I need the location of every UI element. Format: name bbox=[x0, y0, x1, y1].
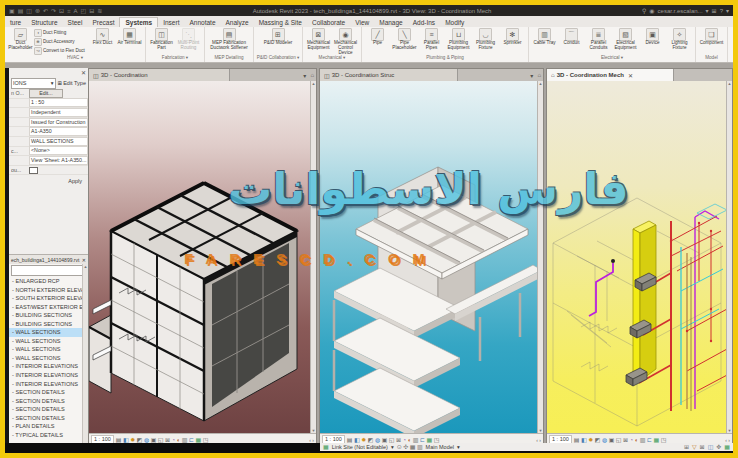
ribbon-tab[interactable]: Annotate bbox=[184, 18, 220, 27]
crop-view-icon[interactable]: ▣ bbox=[609, 437, 615, 443]
horizontal-scrollbar[interactable]: ‹ › bbox=[536, 437, 541, 443]
reveal-hidden-icon[interactable]: ◐ bbox=[177, 437, 181, 443]
browser-view-item[interactable]: - SECTION DETAILS bbox=[9, 414, 88, 423]
property-value[interactable]: A1-A350 bbox=[29, 127, 88, 136]
browser-view-item[interactable]: - SECTION DETAILS bbox=[9, 405, 88, 414]
hide-isolate-icon[interactable]: ◔ bbox=[630, 437, 634, 443]
home-icon[interactable]: ⌂ bbox=[551, 72, 555, 78]
property-value[interactable]: Issued for Construction bbox=[29, 118, 88, 127]
chevron-down-icon[interactable]: ▾ bbox=[391, 444, 394, 450]
render-icon[interactable]: ◍ bbox=[375, 437, 380, 443]
electrical-equipment-button[interactable]: ▧Electrical Equipment bbox=[612, 28, 639, 54]
lock-view-icon[interactable]: ⊠ bbox=[396, 437, 401, 443]
app-store-icon[interactable]: ⊞ bbox=[712, 7, 717, 14]
visual-style-icon[interactable]: ◧ bbox=[581, 437, 587, 443]
duct-fitting-button[interactable]: ◖Duct Fitting bbox=[34, 28, 89, 37]
browser-search-input[interactable] bbox=[11, 265, 86, 276]
sun-path-icon[interactable]: ✹ bbox=[130, 437, 135, 443]
background-processes-icon[interactable]: ▦ bbox=[724, 444, 730, 450]
browser-view-item[interactable]: - SECTION DETAILS bbox=[9, 397, 88, 406]
3d-view-icon[interactable]: ◰ bbox=[81, 8, 87, 14]
close-view-icon[interactable]: ✕ bbox=[626, 72, 635, 79]
tag-icon[interactable]: A bbox=[74, 8, 78, 14]
browser-view-item[interactable]: - INTERIOR ELEVATIONS bbox=[9, 380, 88, 389]
view-properties-icon[interactable]: ▥ bbox=[640, 437, 646, 443]
sun-path-icon[interactable]: ✹ bbox=[588, 437, 593, 443]
lock-view-icon[interactable]: ⊠ bbox=[623, 437, 628, 443]
lock-view-icon[interactable]: ⊠ bbox=[165, 437, 170, 443]
property-value[interactable]: Independent bbox=[29, 108, 88, 117]
shadows-icon[interactable]: ◩ bbox=[368, 437, 374, 443]
ribbon-tab[interactable]: Collaborate bbox=[307, 18, 350, 27]
tab-list-dropdown-icon[interactable]: ▾ bbox=[301, 69, 308, 81]
signed-in-user[interactable]: cesar.r.escalan... bbox=[658, 8, 703, 14]
viewport-scrollbar[interactable]: ▲▼ bbox=[726, 81, 732, 433]
measure-icon[interactable]: ⌗ bbox=[67, 8, 70, 14]
show-crop-icon[interactable]: ◱ bbox=[389, 437, 395, 443]
close-icon[interactable]: ✕ bbox=[81, 69, 86, 76]
horizontal-scrollbar[interactable]: ‹ › bbox=[725, 437, 730, 443]
lighting-fixture-button[interactable]: ✧Lighting Fixture bbox=[666, 28, 693, 54]
shadows-icon[interactable]: ◩ bbox=[595, 437, 601, 443]
pipe-placeholder-button[interactable]: ╲Pipe Placeholder bbox=[391, 28, 418, 54]
crop-view-icon[interactable]: ▣ bbox=[151, 437, 157, 443]
ribbon-tab[interactable]: Modify bbox=[440, 18, 469, 27]
property-value[interactable]: View 'Sheet: A1-A350... bbox=[29, 156, 88, 165]
air-terminal-button[interactable]: ▦Air Terminal bbox=[116, 28, 143, 54]
search-icon[interactable]: ⚲ bbox=[642, 7, 646, 14]
convert-to-flex-duct-button[interactable]: ↝Convert to Flex Duct bbox=[34, 46, 89, 55]
filter-icon[interactable]: ▽ bbox=[692, 444, 697, 450]
print-icon[interactable]: ⊡ bbox=[59, 8, 64, 14]
save-icon[interactable]: ◫ bbox=[26, 8, 32, 14]
displacement-icon[interactable]: ◳ bbox=[661, 437, 667, 443]
browser-view-item[interactable]: - WALL SECTIONS bbox=[9, 328, 88, 337]
displacement-icon[interactable]: ◳ bbox=[434, 437, 440, 443]
sync-icon[interactable]: ⊛ bbox=[35, 8, 40, 14]
select-underlay-icon[interactable]: ◫ bbox=[708, 444, 714, 450]
ribbon-tab[interactable]: ture bbox=[5, 18, 26, 27]
device-button[interactable]: ▣Device bbox=[639, 28, 666, 54]
design-options-icon[interactable]: ▥ bbox=[417, 444, 423, 450]
open-icon[interactable]: ▤ bbox=[18, 8, 24, 14]
ribbon-tab[interactable]: Insert bbox=[158, 18, 184, 27]
duct-accessory-button[interactable]: ⊕Duct Accessory bbox=[34, 37, 89, 46]
render-icon[interactable]: ◍ bbox=[144, 437, 149, 443]
ribbon-tab[interactable]: Analyze bbox=[221, 18, 254, 27]
hide-isolate-icon[interactable]: ◔ bbox=[172, 437, 176, 443]
worksets-icon[interactable]: ▦ bbox=[410, 444, 416, 450]
tab-list-dropdown-icon[interactable]: ▾ bbox=[528, 69, 535, 81]
sun-path-icon[interactable]: ✹ bbox=[361, 437, 366, 443]
browser-view-item[interactable]: - NORTH EXTERIOR ELEVATION bbox=[9, 286, 88, 295]
conduit-button[interactable]: ⌒Conduit bbox=[558, 28, 585, 54]
browser-view-item[interactable]: - INTERIOR ELEVATIONS bbox=[9, 362, 88, 371]
browser-view-item[interactable]: - TYPICAL DETAILS bbox=[9, 431, 88, 440]
view-tab-3d-coordination-mech[interactable]: ⌂ 3D - Coordination Mech ✕ bbox=[547, 69, 674, 81]
close-icon[interactable]: ✕ bbox=[82, 257, 86, 263]
active-workset-icon[interactable]: ⊙ bbox=[397, 444, 402, 450]
gear-icon[interactable]: ✣ bbox=[403, 444, 408, 450]
parallel-pipes-button[interactable]: ≡Parallel Pipes bbox=[418, 28, 445, 54]
viewport-scrollbar[interactable]: ▲▼ bbox=[537, 81, 543, 433]
plumbing-equipment-button[interactable]: ⊔Plumbing Equipment bbox=[445, 28, 472, 54]
mep-fabrication-ductwork-stiffener-button[interactable]: ▤MEP Fabrication Ductwork Stiffener bbox=[207, 28, 251, 54]
drawing-area-structural[interactable]: ▲▼ bbox=[320, 81, 543, 433]
mechanical-equipment-button[interactable]: ⊠Mechanical Equipment bbox=[305, 28, 332, 54]
drawing-area-architectural[interactable]: ▲▼ bbox=[89, 81, 316, 433]
ribbon-tab[interactable]: Precast bbox=[87, 18, 119, 27]
component-button[interactable]: ❏Component bbox=[698, 28, 725, 54]
reveal-hidden-icon[interactable]: ◐ bbox=[635, 437, 639, 443]
mechanical-control-device-button[interactable]: ◉Mechanical Control Device bbox=[332, 28, 359, 54]
design-option-selector[interactable]: Main Model bbox=[426, 444, 454, 450]
home-icon[interactable]: ⌂ bbox=[535, 69, 543, 81]
view-tab-3d-coordination[interactable]: ◫ 3D - Coordination bbox=[89, 69, 230, 81]
sprinkler-button[interactable]: ✻Sprinkler bbox=[499, 28, 526, 54]
select-links-icon[interactable]: ⊠ bbox=[700, 444, 705, 450]
view-properties-icon[interactable]: ▥ bbox=[413, 437, 419, 443]
ribbon-tab[interactable]: Structure bbox=[26, 18, 62, 27]
property-value[interactable]: <None> bbox=[29, 146, 88, 155]
show-crop-icon[interactable]: ◱ bbox=[616, 437, 622, 443]
section-icon[interactable]: ⊟ bbox=[89, 8, 94, 14]
shadows-icon[interactable]: ◩ bbox=[137, 437, 143, 443]
pipe-button[interactable]: ╱Pipe bbox=[364, 28, 391, 54]
detail-level-icon[interactable]: ▤ bbox=[574, 437, 580, 443]
